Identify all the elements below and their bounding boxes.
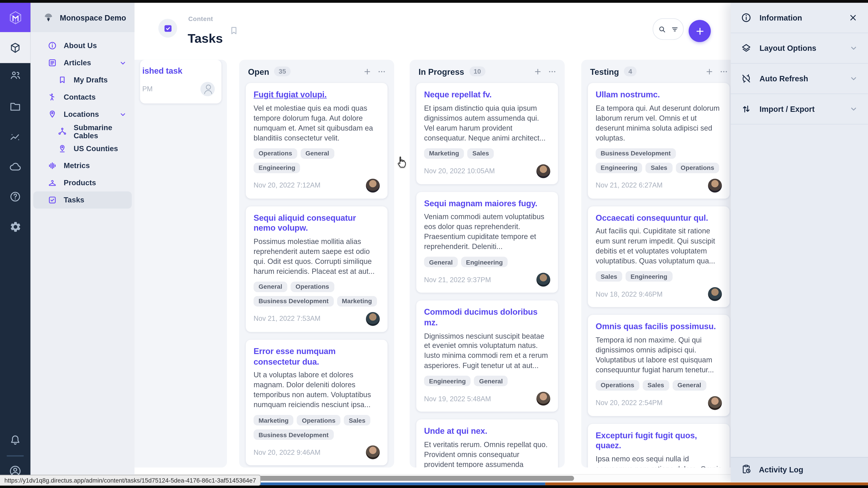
module-files[interactable] xyxy=(0,97,31,116)
sidebar-item-my-drafts[interactable]: My Drafts xyxy=(31,71,134,89)
search-filter-pill[interactable] xyxy=(653,18,684,40)
sidebar-item-about-us[interactable]: About Us xyxy=(31,37,134,54)
assignee-avatar[interactable] xyxy=(536,392,550,405)
link-status-tooltip: https://y1dv1q8g.directus.app/admin/cont… xyxy=(0,475,261,486)
add-card-button[interactable] xyxy=(363,67,372,76)
tag-pill: Marketing xyxy=(424,148,464,159)
sidebar-item-tasks[interactable]: Tasks xyxy=(33,191,132,208)
module-help[interactable] xyxy=(0,187,31,206)
collection-icon-button[interactable] xyxy=(158,19,177,37)
task-title-link[interactable]: Sequi magnam maiores fugy. xyxy=(424,198,550,209)
add-card-button[interactable] xyxy=(533,67,542,76)
assignee-avatar[interactable] xyxy=(366,178,380,192)
tag-pill: Sales xyxy=(643,380,669,390)
task-title-link[interactable]: Excepturi fugit fugit quos, quaez. xyxy=(596,430,722,451)
module-users[interactable] xyxy=(0,66,31,85)
task-card[interactable]: Sequi magnam maiores fugy. Veniam commod… xyxy=(416,192,558,293)
column-title: Testing xyxy=(590,67,619,76)
column-title: Open xyxy=(248,67,269,76)
task-title-link[interactable]: Neque repellat fv. xyxy=(424,90,550,100)
column-menu-button[interactable] xyxy=(548,67,557,76)
tag-pill: Business Development xyxy=(254,296,334,306)
sidebar-item-submarine-cables[interactable]: Submarine Cables xyxy=(31,123,134,140)
task-card[interactable]: Neque repellat fv. Et ipsam distinctio q… xyxy=(416,83,558,184)
assignee-avatar[interactable] xyxy=(366,445,380,459)
task-title-link[interactable]: Omnis quas facilis possimusu. xyxy=(596,322,722,332)
chevron-down-icon[interactable] xyxy=(849,74,858,83)
task-title-link[interactable]: Commodi ducimus doloribus mz. xyxy=(424,307,550,328)
tag-pill: Engineering xyxy=(254,162,301,173)
panel-section-information[interactable]: Information xyxy=(731,3,868,33)
sidebar-item-locations[interactable]: Locations xyxy=(31,106,134,123)
task-title-link[interactable]: ished task xyxy=(142,66,215,76)
task-card[interactable]: Error esse numquam consectetur dua. Ut a… xyxy=(246,339,388,465)
task-title-link[interactable]: Occaecati consequuntur qul. xyxy=(596,213,722,223)
assignee-avatar[interactable] xyxy=(366,312,380,326)
task-description: Et veritatis rerum. Omnis repellat quo. … xyxy=(424,440,550,467)
progress-remaining xyxy=(545,483,868,485)
tag-pill: General xyxy=(474,376,508,386)
bookmark-page-icon[interactable] xyxy=(228,26,239,38)
task-card[interactable]: Unde at qui nex. Et veritatis rerum. Omn… xyxy=(416,420,558,467)
notifications-bell[interactable] xyxy=(0,430,31,449)
chevron-down-icon[interactable] xyxy=(849,43,858,53)
module-settings[interactable] xyxy=(0,217,31,236)
task-card[interactable]: Fugit fugiat volupi. Vel et molestiae qu… xyxy=(246,83,388,198)
add-task-button[interactable] xyxy=(689,20,711,42)
sidebar-item-articles[interactable]: Articles xyxy=(31,54,134,71)
task-title-link[interactable]: Sequi aliquid consequatur nemo volupw. xyxy=(254,213,380,234)
breadcrumb[interactable]: Content xyxy=(188,15,213,22)
task-card[interactable]: Omnis quas facilis possimusu. Tempora id… xyxy=(588,315,730,416)
panel-section-layout-options[interactable]: Layout Options xyxy=(731,33,868,64)
assignee-avatar[interactable] xyxy=(708,396,722,410)
panel-section-label: Import / Export xyxy=(760,105,815,113)
sidebar-item-products[interactable]: Products xyxy=(31,174,134,191)
module-content-active[interactable] xyxy=(0,32,31,63)
assignee-avatar[interactable] xyxy=(708,178,722,192)
close-icon xyxy=(848,13,858,23)
assignee-avatar[interactable] xyxy=(200,82,215,96)
module-cloud[interactable] xyxy=(0,157,31,176)
column-cards: Ullam nostrumc. Ea tempora qui. Aut dese… xyxy=(581,83,731,467)
plus-icon xyxy=(705,67,714,76)
task-card[interactable]: Sequi aliquid consequatur nemo volupw. P… xyxy=(246,206,388,332)
collection-nav: About Us Articles My Drafts Contacts xyxy=(31,32,134,208)
chevron-down-icon[interactable] xyxy=(119,111,127,120)
filter-icon[interactable] xyxy=(670,25,679,33)
sidebar-item-us-counties[interactable]: US Counties xyxy=(31,140,134,157)
chevron-down-icon[interactable] xyxy=(849,105,858,113)
task-card[interactable]: Occaecati consequuntur qul. Aut facilis … xyxy=(588,206,730,307)
task-title-link[interactable]: Fugit fugiat volupi. xyxy=(254,90,380,100)
task-title-link[interactable]: Ullam nostrumc. xyxy=(596,90,722,100)
module-insights[interactable] xyxy=(0,127,31,146)
task-card[interactable]: Ullam nostrumc. Ea tempora qui. Aut dese… xyxy=(588,83,730,198)
assignee-avatar[interactable] xyxy=(536,273,550,287)
search-icon[interactable] xyxy=(657,25,666,33)
task-title-link[interactable]: Error esse numquam consectetur dua. xyxy=(254,346,380,367)
activity-log-button[interactable]: Activity Log xyxy=(731,457,868,482)
panel-section-auto-refresh[interactable]: Auto Refresh xyxy=(731,64,868,94)
add-card-button[interactable] xyxy=(705,67,714,76)
task-card[interactable]: Commodi ducimus doloribus mz. Dignissimo… xyxy=(416,300,558,412)
panel-section-import-export[interactable]: Import / Export xyxy=(731,94,868,125)
project-header[interactable]: Monospace Demo xyxy=(31,3,134,32)
column-menu-button[interactable] xyxy=(377,67,386,76)
task-description: Ea tempora qui. Aut deserunt dolorum lab… xyxy=(596,103,722,143)
task-footer: Nov 20, 2022 7:12AM xyxy=(254,178,380,192)
activity-log-label: Activity Log xyxy=(759,465,803,474)
kanban-column: Open 35 Fugit fugiat volupi. Vel et mole… xyxy=(239,60,394,467)
column-menu-button[interactable] xyxy=(719,67,728,76)
assignee-avatar[interactable] xyxy=(536,164,550,178)
task-card[interactable]: Excepturi fugit fugit quos, quaez. Ipsa … xyxy=(588,424,730,468)
close-panel-button[interactable] xyxy=(848,13,858,23)
task-card[interactable]: ished task PM xyxy=(140,60,221,103)
sidebar-item-metrics[interactable]: Metrics xyxy=(31,157,134,174)
task-title-link[interactable]: Unde at qui nex. xyxy=(424,426,550,436)
sidebar-item-contacts[interactable]: Contacts xyxy=(31,89,134,106)
content-box-icon xyxy=(9,41,22,54)
assignee-avatar[interactable] xyxy=(708,287,722,301)
tag-pill: General xyxy=(673,380,706,390)
task-date: Nov 19, 2022 5:48AM xyxy=(424,395,491,402)
chevron-down-icon[interactable] xyxy=(119,59,127,69)
directus-logo[interactable] xyxy=(0,3,31,32)
